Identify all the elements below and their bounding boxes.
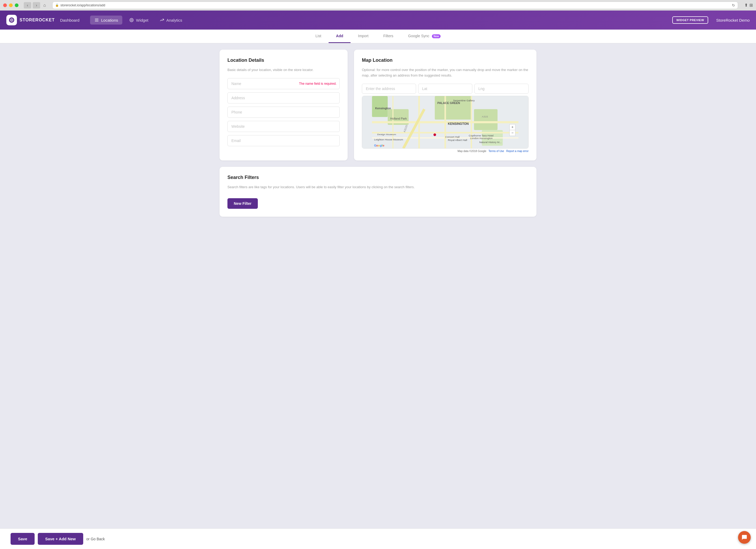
tab-google-sync[interactable]: Google Sync New: [401, 30, 448, 43]
tab-add[interactable]: Add: [329, 30, 351, 43]
chat-icon: [741, 534, 747, 540]
svg-text:Leighton House Museum: Leighton House Museum: [374, 138, 403, 141]
dashboard-link[interactable]: Dashboard: [60, 18, 79, 22]
map-footer: Map data ©2018 Google Terms of Use Repor…: [362, 150, 529, 153]
svg-text:g: g: [380, 144, 382, 147]
address-field-group: [227, 92, 340, 104]
map-inputs: [362, 84, 529, 94]
report-link[interactable]: Report a map error: [506, 150, 529, 153]
main-content: Location Details Basic details of your l…: [209, 43, 547, 230]
svg-text:London Kensington: London Kensington: [470, 137, 493, 140]
svg-text:Concert Hall: Concert Hall: [445, 135, 460, 138]
email-input[interactable]: [227, 135, 340, 146]
svg-text:Design Museum: Design Museum: [377, 133, 396, 136]
share-btn[interactable]: ⬆: [744, 3, 748, 8]
location-details-title: Location Details: [227, 58, 340, 63]
tab-list[interactable]: List: [308, 30, 329, 43]
map-address-input[interactable]: [362, 84, 416, 94]
bottom-bar: Save Save + Add New or Go Back: [0, 528, 756, 549]
svg-rect-5: [95, 21, 99, 22]
nav-widget-label: Widget: [136, 18, 148, 22]
widget-icon: [129, 18, 134, 22]
svg-text:Kensington: Kensington: [375, 106, 391, 110]
svg-rect-4: [95, 20, 99, 20]
website-field-group: [227, 121, 340, 132]
minimize-btn[interactable]: [9, 3, 13, 7]
svg-text:l: l: [382, 144, 382, 147]
svg-text:Royal Albert Hall: Royal Albert Hall: [448, 139, 467, 142]
search-filters-title: Search Filters: [227, 175, 529, 180]
svg-text:Holland Park: Holland Park: [390, 117, 407, 120]
analytics-icon: [160, 18, 164, 22]
maximize-btn[interactable]: [15, 3, 18, 7]
widget-preview-btn[interactable]: WIDGET PREVIEW: [672, 16, 708, 24]
svg-text:+: +: [511, 125, 514, 129]
brand-icon: [8, 17, 15, 23]
tab-import[interactable]: Import: [351, 30, 376, 43]
svg-text:o: o: [378, 144, 380, 147]
phone-field-group: [227, 107, 340, 118]
email-field-group: [227, 135, 340, 146]
nav-links: Locations Widget Analytics WIDGET PREVIE…: [90, 16, 750, 25]
mac-nav: ‹ ›: [24, 2, 40, 8]
svg-point-6: [130, 18, 133, 22]
new-filter-btn[interactable]: New Filter: [227, 198, 258, 209]
svg-text:Serpentine Gallery: Serpentine Gallery: [453, 99, 475, 102]
phone-input[interactable]: [227, 107, 340, 118]
website-input[interactable]: [227, 121, 340, 132]
search-filters-desc: Search filters are like tags for your lo…: [227, 185, 529, 190]
map-data-text: Map data ©2018 Google: [458, 150, 486, 153]
nav-widget[interactable]: Widget: [125, 16, 153, 25]
close-btn[interactable]: [3, 3, 7, 7]
sub-nav: List Add Import Filters Google Sync New: [0, 30, 756, 43]
lng-input[interactable]: [474, 84, 529, 94]
go-back-link[interactable]: or Go Back: [86, 537, 105, 541]
svg-rect-12: [474, 109, 497, 130]
forward-btn[interactable]: ›: [33, 2, 40, 8]
nav-locations-label: Locations: [101, 18, 118, 22]
save-add-new-btn[interactable]: Save + Add New: [38, 533, 83, 545]
svg-text:e: e: [383, 144, 384, 147]
svg-rect-3: [95, 19, 99, 19]
map-container[interactable]: Kensington PALACE GREEN Holland Park KEN…: [362, 96, 529, 149]
location-details-desc: Basic details of your location, visible …: [227, 67, 340, 73]
mac-actions: ⬆ ⊞: [744, 3, 753, 8]
save-btn[interactable]: Save: [11, 533, 35, 545]
address-input[interactable]: [227, 92, 340, 104]
brand-name: STOREROCKET: [20, 18, 55, 22]
cards-row: Location Details Basic details of your l…: [220, 50, 536, 161]
back-btn[interactable]: ‹: [24, 2, 31, 8]
map-visual: Kensington PALACE GREEN Holland Park KEN…: [362, 96, 528, 148]
terms-link[interactable]: Terms of Use: [488, 150, 504, 153]
svg-text:o: o: [376, 144, 378, 147]
chat-btn[interactable]: [738, 531, 751, 544]
mac-chrome: ‹ › ⌂ 🔒 storerocket.io/app/locations/add…: [0, 0, 756, 11]
lock-icon: 🔒: [55, 3, 59, 7]
lat-input[interactable]: [418, 84, 472, 94]
home-btn[interactable]: ⌂: [43, 3, 46, 8]
map-location-desc: Optional: for more control over the posi…: [362, 67, 529, 78]
svg-text:Natural History M...: Natural History M...: [479, 141, 502, 144]
url-text: storerocket.io/app/locations/add: [60, 3, 105, 7]
address-bar[interactable]: 🔒 storerocket.io/app/locations/add ↻: [52, 2, 738, 9]
search-filters-card: Search Filters Search filters are like t…: [220, 167, 536, 217]
tabs-btn[interactable]: ⊞: [749, 3, 753, 8]
nav-analytics[interactable]: Analytics: [155, 16, 186, 25]
reload-btn[interactable]: ↻: [732, 3, 735, 7]
location-details-card: Location Details Basic details of your l…: [220, 50, 348, 161]
tab-filters[interactable]: Filters: [376, 30, 401, 43]
svg-point-7: [131, 19, 132, 21]
svg-point-36: [433, 133, 436, 136]
brand: STOREROCKET: [6, 15, 55, 25]
nav-analytics-label: Analytics: [166, 18, 182, 22]
nav-locations[interactable]: Locations: [90, 16, 122, 25]
name-field-group: The name field is required.: [227, 78, 340, 89]
name-error: The name field is required.: [299, 82, 337, 86]
top-nav: STOREROCKET Dashboard Locations Widget A…: [0, 11, 756, 30]
svg-point-2: [11, 20, 12, 21]
svg-text:KENSINGTON: KENSINGTON: [448, 122, 469, 125]
tab-google-sync-label: Google Sync: [408, 34, 429, 38]
new-badge: New: [432, 34, 441, 38]
brand-logo: [6, 15, 17, 25]
map-svg: Kensington PALACE GREEN Holland Park KEN…: [362, 96, 528, 148]
